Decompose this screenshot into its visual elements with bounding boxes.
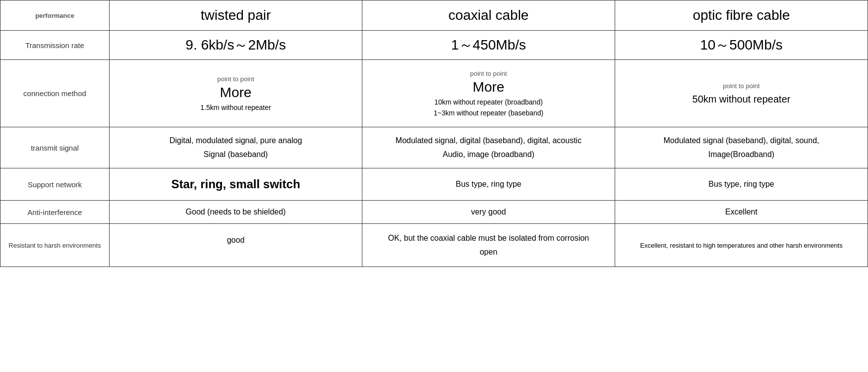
optic-signal2: Image(Broadband) [622, 150, 861, 159]
anti-interference-optic: Excellent [615, 201, 868, 224]
transmit-signal-twisted: Digital, modulated signal, pure analog S… [110, 127, 362, 168]
coaxial-more: More [369, 79, 608, 95]
header-performance: performance [0, 0, 110, 31]
label-transmit-signal: transmit signal [0, 127, 110, 168]
transmit-signal-coaxial: Modulated signal, digital (baseband), di… [362, 127, 615, 168]
harsh-optic: Excellent, resistant to high temperature… [615, 224, 868, 267]
label-harsh-environments: Resistant to harsh environments [0, 224, 110, 267]
transmission-rate-optic: 10～500Mb/s [615, 31, 868, 60]
connection-method-twisted: point to point More 1.5km without repeat… [110, 60, 362, 127]
table-row: Anti-interference Good (needs to be shie… [0, 201, 868, 224]
support-network-coaxial: Bus type, ring type [362, 168, 615, 201]
harsh-coaxial: OK, but the coaxial cable must be isolat… [362, 224, 615, 267]
optic-ptp-label: point to point [622, 82, 861, 90]
support-network-twisted: Star, ring, small switch [110, 168, 362, 201]
coaxial-distance2: 1~3km without repeater (baseband) [369, 109, 608, 117]
connection-method-optic: point to point 50km without repeater [615, 60, 868, 127]
table-row: Support network Star, ring, small switch… [0, 168, 868, 201]
anti-interference-twisted: Good (needs to be shielded) [110, 201, 362, 224]
harsh-coaxial-line2: open [369, 248, 608, 257]
coaxial-distance1: 10km without repeater (broadband) [369, 98, 608, 106]
optic-distance: 50km without repeater [622, 94, 861, 105]
harsh-twisted: good [110, 224, 362, 267]
coaxial-signal2: Audio, image (broadband) [369, 150, 608, 159]
transmission-rate-coaxial: 1～450Mb/s [362, 31, 615, 60]
coaxial-signal1: Modulated signal, digital (baseband), di… [369, 136, 608, 145]
label-anti-interference: Anti-interference [0, 201, 110, 224]
transmit-signal-optic: Modulated signal (baseband), digital, so… [615, 127, 868, 168]
table-row: connection method point to point More 1.… [0, 60, 868, 127]
twisted-signal1: Digital, modulated signal, pure analog [116, 136, 355, 145]
header-optic-fibre: optic fibre cable [615, 0, 868, 31]
table-row: Resistant to harsh environments good OK,… [0, 224, 868, 267]
optic-signal1: Modulated signal (baseband), digital, so… [622, 136, 861, 145]
twisted-ptp-label: point to point [116, 75, 355, 83]
harsh-optic-text: Excellent, resistant to high temperature… [640, 242, 842, 249]
twisted-more: More [116, 85, 355, 101]
twisted-distance: 1.5km without repeater [116, 104, 355, 111]
coaxial-ptp-label: point to point [369, 70, 608, 77]
table-row: Transmission rate 9. 6kb/s～2Mb/s 1～450Mb… [0, 31, 868, 60]
anti-interference-coaxial: very good [362, 201, 615, 224]
harsh-coaxial-line1: OK, but the coaxial cable must be isolat… [369, 234, 608, 243]
header-coaxial-cable: coaxial cable [362, 0, 615, 31]
transmission-rate-twisted: 9. 6kb/s～2Mb/s [110, 31, 362, 60]
twisted-signal2: Signal (baseband) [116, 150, 355, 159]
label-support-network: Support network [0, 168, 110, 201]
label-transmission-rate: Transmission rate [0, 31, 110, 60]
connection-method-coaxial: point to point More 10km without repeate… [362, 60, 615, 127]
table-row: transmit signal Digital, modulated signa… [0, 127, 868, 168]
support-network-optic: Bus type, ring type [615, 168, 868, 201]
header-twisted-pair: twisted pair [110, 0, 362, 31]
label-connection-method: connection method [0, 60, 110, 127]
